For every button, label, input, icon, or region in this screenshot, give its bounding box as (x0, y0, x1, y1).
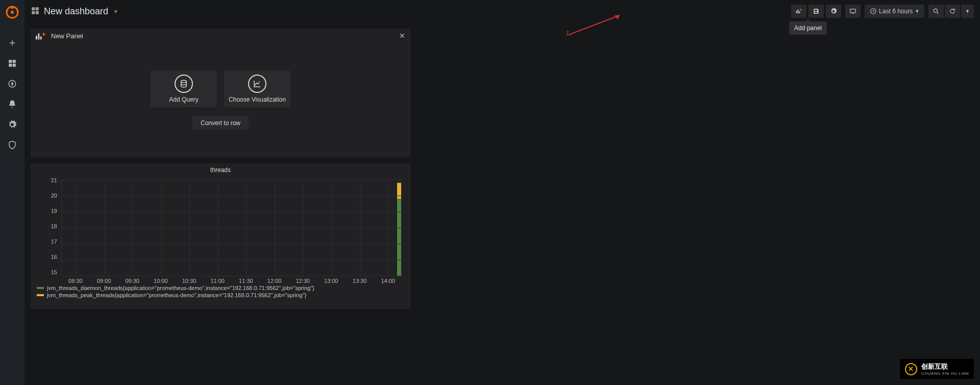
sidebar (0, 0, 24, 385)
svg-rect-8 (36, 7, 39, 10)
dashboard-icon[interactable] (4, 55, 20, 71)
svg-rect-13 (799, 11, 800, 13)
choose-viz-label: Choose Visualization (229, 96, 286, 103)
add-panel-button[interactable] (791, 5, 806, 18)
new-panel-title: New Panel (51, 32, 83, 40)
cycle-view-button[interactable] (845, 5, 861, 18)
x-axis: 08:3009:0009:3010:0010:3011:0011:3012:00… (61, 278, 402, 284)
topbar: New dashboard ▼ Last 6 hours ▼ ▼ (24, 0, 980, 22)
annotation-label-1: 1、 (566, 29, 576, 38)
svg-rect-11 (796, 11, 797, 13)
svg-rect-7 (32, 7, 35, 10)
chevron-down-icon: ▼ (113, 9, 118, 14)
panel-add-icon (36, 32, 47, 40)
watermark-sub: CHUANG XIN HU LIAN (921, 371, 969, 376)
svg-rect-14 (850, 9, 856, 13)
tooltip-add-panel: Add panel (789, 21, 827, 35)
watermark-main: 创新互联 (921, 362, 969, 371)
chart-title: threads (31, 163, 410, 177)
convert-to-row-button[interactable]: Convert to row (192, 116, 249, 130)
plus-icon[interactable] (4, 35, 20, 51)
database-icon (175, 75, 193, 93)
svg-point-1 (11, 11, 14, 14)
svg-rect-22 (36, 36, 37, 39)
shield-icon[interactable] (4, 137, 20, 153)
grid (61, 180, 402, 276)
watermark-icon: ✕ (905, 363, 917, 375)
grid-icon (31, 6, 40, 17)
settings-button[interactable] (826, 5, 841, 18)
refresh-button[interactable] (945, 5, 960, 18)
svg-rect-15 (852, 13, 854, 14)
svg-rect-10 (36, 11, 39, 14)
close-icon[interactable]: ✕ (399, 32, 405, 40)
add-query-button[interactable]: Add Query (151, 70, 217, 107)
watermark: ✕ 创新互联 CHUANG XIN HU LIAN (900, 359, 974, 379)
zoom-out-button[interactable] (928, 5, 944, 18)
dashboard-title-dropdown[interactable]: New dashboard ▼ (31, 6, 118, 17)
grafana-logo[interactable] (4, 4, 20, 20)
explore-icon[interactable] (4, 76, 20, 92)
time-range-label: Last 6 hours (879, 8, 913, 15)
svg-rect-5 (13, 64, 16, 67)
refresh-interval-button[interactable]: ▼ (961, 5, 974, 18)
svg-rect-9 (32, 11, 35, 14)
svg-rect-4 (9, 64, 12, 67)
save-button[interactable] (808, 5, 824, 18)
chart-icon (248, 75, 266, 93)
choose-visualization-button[interactable]: Choose Visualization (224, 70, 290, 107)
svg-rect-23 (38, 34, 39, 40)
series-bar-peak (397, 183, 401, 199)
new-panel: New Panel ✕ Add Query Choose Visualizati… (31, 29, 410, 157)
svg-rect-12 (798, 10, 799, 14)
chart-legend: jvm_threads_daemon_threads{application="… (31, 282, 410, 302)
svg-point-17 (934, 9, 937, 12)
alert-icon[interactable] (4, 96, 20, 112)
svg-rect-3 (13, 60, 16, 63)
svg-rect-24 (40, 36, 42, 39)
legend-item[interactable]: jvm_threads_daemon_threads{application="… (37, 285, 404, 291)
series-bar-daemon (397, 199, 401, 276)
add-query-label: Add Query (169, 96, 198, 103)
svg-rect-2 (9, 60, 12, 63)
time-range-button[interactable]: Last 6 hours ▼ (865, 5, 924, 18)
threads-chart-panel: threads 21201918171615 08:3009:0009:3010… (31, 163, 410, 309)
legend-item[interactable]: jvm_threads_peak_threads{application="pr… (37, 292, 404, 298)
chart-plot-area[interactable]: 21201918171615 08:3009:0009:3010:0010:30… (61, 177, 402, 282)
svg-point-25 (181, 80, 187, 83)
y-axis: 21201918171615 (44, 177, 57, 276)
gear-icon[interactable] (4, 116, 20, 133)
page-title: New dashboard (44, 6, 108, 17)
